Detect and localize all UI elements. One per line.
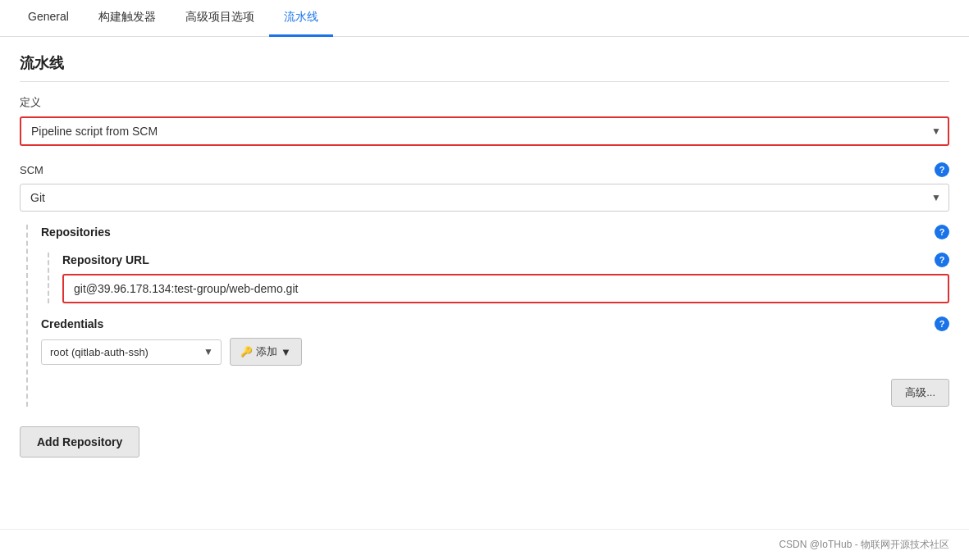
- repositories-box: Repositories ? Repository URL ? Credenti…: [26, 225, 949, 407]
- scm-help-icon[interactable]: ?: [935, 162, 949, 177]
- repositories-header: Repositories ?: [41, 225, 949, 239]
- repo-url-help-icon[interactable]: ?: [935, 253, 949, 267]
- definition-label: 定义: [20, 95, 949, 110]
- credentials-label: Credentials: [41, 317, 103, 330]
- repo-url-label: Repository URL: [62, 253, 149, 266]
- credentials-help-icon[interactable]: ?: [935, 316, 949, 331]
- add-credentials-button[interactable]: 🔑 添加 ▼: [230, 338, 302, 366]
- add-credentials-arrow: ▼: [281, 346, 291, 358]
- advanced-button[interactable]: 高级...: [891, 379, 949, 407]
- repositories-help-icon[interactable]: ?: [935, 225, 949, 239]
- scm-dropdown[interactable]: Git None Subversion: [20, 184, 949, 212]
- tab-bar: General 构建触发器 高级项目选项 流水线: [0, 0, 969, 37]
- scm-row: SCM ?: [20, 162, 949, 177]
- repositories-title: Repositories: [41, 225, 111, 239]
- definition-dropdown[interactable]: Pipeline script from SCM Pipeline script: [20, 116, 949, 146]
- repo-url-field-row: Repository URL ?: [62, 253, 949, 267]
- tab-pipeline[interactable]: 流水线: [269, 0, 333, 37]
- footer-text: CSDN @IoTHub - 物联网开源技术社区: [779, 538, 949, 552]
- credentials-header: Credentials ?: [41, 316, 949, 331]
- add-repository-button[interactable]: Add Repository: [20, 426, 139, 458]
- page-title: 流水线: [20, 53, 949, 82]
- tab-build-triggers[interactable]: 构建触发器: [84, 0, 171, 37]
- repo-url-box: Repository URL ?: [48, 253, 949, 303]
- repo-url-input[interactable]: [62, 274, 949, 303]
- cred-dropdown-wrapper: root (qitlab-auth-ssh) - none - ▼: [41, 339, 222, 365]
- scm-dropdown-wrapper: Git None Subversion ▼: [20, 184, 949, 212]
- add-credentials-label: 添加: [256, 344, 277, 359]
- advanced-row: 高级...: [41, 379, 949, 407]
- tab-advanced-options[interactable]: 高级项目选项: [171, 0, 269, 37]
- main-content: 流水线 定义 Pipeline script from SCM Pipeline…: [0, 37, 969, 529]
- tab-general[interactable]: General: [13, 0, 84, 37]
- footer: CSDN @IoTHub - 物联网开源技术社区: [0, 529, 969, 560]
- credentials-controls: root (qitlab-auth-ssh) - none - ▼ 🔑 添加 ▼: [41, 338, 949, 366]
- scm-label: SCM: [20, 164, 43, 176]
- credentials-dropdown[interactable]: root (qitlab-auth-ssh) - none -: [41, 339, 222, 365]
- credentials-section: Credentials ? root (qitlab-auth-ssh) - n…: [41, 316, 949, 366]
- key-icon: 🔑: [240, 346, 253, 357]
- definition-dropdown-wrapper: Pipeline script from SCM Pipeline script…: [20, 116, 949, 146]
